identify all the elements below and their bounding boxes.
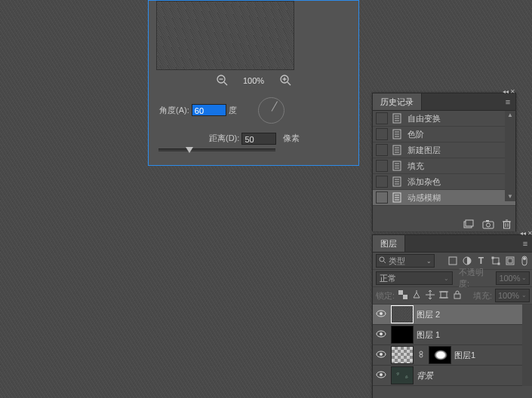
filter-pixel-icon[interactable]: [447, 256, 458, 267]
panel-collapse-icon[interactable]: ◂◂: [503, 88, 509, 95]
svg-point-41: [380, 257, 384, 262]
blend-mode-select[interactable]: 正常⌄: [376, 271, 453, 285]
svg-point-62: [380, 312, 383, 315]
history-source-icon[interactable]: [376, 191, 388, 204]
history-item[interactable]: 色阶: [373, 127, 515, 142]
layer-row[interactable]: 图层 2: [373, 305, 532, 325]
history-source-icon[interactable]: [376, 112, 388, 124]
history-item-label: 新建图层: [407, 145, 441, 156]
svg-point-66: [380, 353, 383, 356]
svg-rect-32: [466, 220, 473, 226]
svg-point-64: [380, 332, 383, 335]
zoom-in-icon[interactable]: [280, 75, 291, 87]
filter-preview[interactable]: [156, 1, 294, 70]
angle-dial[interactable]: [258, 97, 284, 124]
layers-scrollbar[interactable]: [522, 305, 532, 386]
distance-slider[interactable]: [158, 148, 275, 152]
document-icon: [392, 161, 401, 171]
history-source-icon[interactable]: [376, 160, 388, 172]
tab-layers[interactable]: 图层: [373, 235, 405, 252]
visibility-icon[interactable]: [374, 351, 388, 360]
layer-thumbnail[interactable]: [391, 366, 414, 384]
svg-point-34: [487, 223, 490, 227]
layer-row[interactable]: 图层1: [373, 345, 532, 366]
lock-image-icon[interactable]: [411, 290, 422, 301]
history-panel: ◂◂✕ 历史记录 ≡ 自由变换 色阶 新建图层 填充 添加杂色 动感模糊 ▲▼: [372, 93, 516, 231]
angle-unit: 度: [229, 106, 237, 115]
layer-thumbnail[interactable]: [391, 346, 414, 364]
scroll-up-icon[interactable]: ▲: [505, 111, 515, 120]
visibility-icon[interactable]: [374, 310, 388, 319]
lock-artboard-icon[interactable]: [438, 290, 449, 301]
filter-toggle[interactable]: [518, 256, 530, 267]
history-item[interactable]: 新建图层: [373, 142, 515, 158]
opacity-input[interactable]: 100%⌄: [496, 271, 530, 285]
history-source-icon[interactable]: [376, 144, 388, 156]
document-icon: [392, 176, 401, 187]
svg-rect-47: [497, 263, 500, 265]
history-item[interactable]: 自由变换: [373, 111, 515, 127]
filter-shape-icon[interactable]: [490, 256, 501, 267]
layers-panel: ◂◂✕ 图层 ≡ 类型 ⌄ T 正常⌄ 不透明度: 100%⌄ 锁定: 填充: …: [372, 234, 532, 398]
history-list: 自由变换 色阶 新建图层 填充 添加杂色 动感模糊 ▲▼: [373, 111, 515, 216]
trash-icon[interactable]: [503, 219, 511, 229]
document-icon: [392, 113, 401, 124]
history-item-label: 填充: [407, 161, 424, 172]
filter-adjustment-icon[interactable]: [461, 256, 472, 267]
panel-menu-icon[interactable]: ≡: [518, 235, 532, 252]
history-item[interactable]: 动感模糊: [373, 190, 515, 206]
distance-label: 距离(D):: [209, 133, 239, 142]
lock-transparency-icon[interactable]: [398, 290, 408, 301]
document-icon: [392, 145, 401, 155]
mask-link-icon[interactable]: [418, 351, 424, 360]
history-source-icon[interactable]: [376, 176, 388, 188]
distance-input[interactable]: 50: [241, 133, 276, 145]
history-scrollbar[interactable]: ▲▼: [505, 111, 515, 201]
layer-row[interactable]: 图层 1: [373, 325, 532, 345]
layer-thumbnail[interactable]: [391, 326, 414, 344]
lock-position-icon[interactable]: [425, 290, 435, 301]
svg-rect-57: [441, 292, 447, 298]
svg-rect-36: [504, 222, 510, 228]
opacity-label: 不透明度:: [459, 267, 493, 289]
svg-point-70: [380, 373, 383, 376]
layer-filter-type[interactable]: 类型 ⌄: [376, 254, 435, 268]
layer-mask-thumbnail[interactable]: [429, 346, 451, 364]
chevron-down-icon: ⌄: [521, 289, 527, 302]
lock-all-icon[interactable]: [452, 290, 463, 301]
panel-close-icon[interactable]: ✕: [510, 88, 515, 95]
layer-name[interactable]: 图层 2: [417, 309, 440, 320]
layer-name[interactable]: 图层 1: [417, 329, 440, 341]
search-icon: [379, 256, 386, 265]
visibility-icon[interactable]: [374, 330, 388, 339]
history-item[interactable]: 添加杂色: [373, 174, 515, 190]
history-item-label: 色阶: [407, 129, 424, 140]
chevron-down-icon: ⌄: [521, 272, 527, 284]
chevron-down-icon: ⌄: [426, 258, 432, 265]
history-item[interactable]: 填充: [373, 158, 515, 174]
zoom-percentage[interactable]: 100%: [243, 76, 264, 85]
visibility-icon[interactable]: [374, 371, 388, 380]
slider-thumb[interactable]: [186, 147, 193, 153]
layer-row[interactable]: 背景: [373, 366, 532, 386]
filter-type-icon[interactable]: T: [475, 256, 487, 267]
panel-menu-icon[interactable]: ≡: [500, 93, 515, 110]
history-source-icon[interactable]: [376, 128, 388, 140]
layer-name[interactable]: 背景: [417, 370, 433, 381]
new-document-from-state-icon[interactable]: [463, 219, 474, 228]
angle-label: 角度(A):: [159, 106, 189, 115]
scroll-down-icon[interactable]: ▼: [505, 192, 515, 201]
panel-close-icon[interactable]: ✕: [527, 230, 532, 237]
layer-name[interactable]: 图层1: [454, 350, 475, 361]
fill-input[interactable]: 100%⌄: [495, 289, 530, 302]
snapshot-icon[interactable]: [483, 220, 494, 228]
angle-input[interactable]: 60: [192, 104, 226, 116]
layer-thumbnail[interactable]: [391, 305, 414, 323]
svg-rect-52: [398, 290, 403, 295]
zoom-out-icon[interactable]: [217, 75, 227, 87]
tab-history[interactable]: 历史记录: [373, 93, 422, 110]
filter-smart-icon[interactable]: [504, 256, 515, 267]
history-item-label: 动感模糊: [407, 192, 441, 204]
svg-line-1: [224, 82, 227, 85]
panel-collapse-icon[interactable]: ◂◂: [520, 230, 526, 237]
